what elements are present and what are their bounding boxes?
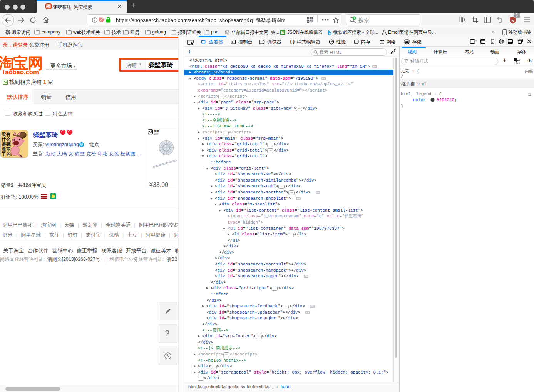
svg-text:什么: 什么 — [1, 137, 11, 142]
svg-text:救不: 救不 — [1, 147, 11, 152]
svg-text:淘: 淘 — [47, 5, 50, 8]
svg-text:是碗: 是碗 — [2, 142, 11, 147]
svg-text:1: 1 — [81, 143, 82, 146]
svg-text:Silver: Silver — [154, 133, 159, 135]
svg-text:没有: 没有 — [1, 132, 11, 137]
svg-text:w: w — [511, 18, 514, 22]
